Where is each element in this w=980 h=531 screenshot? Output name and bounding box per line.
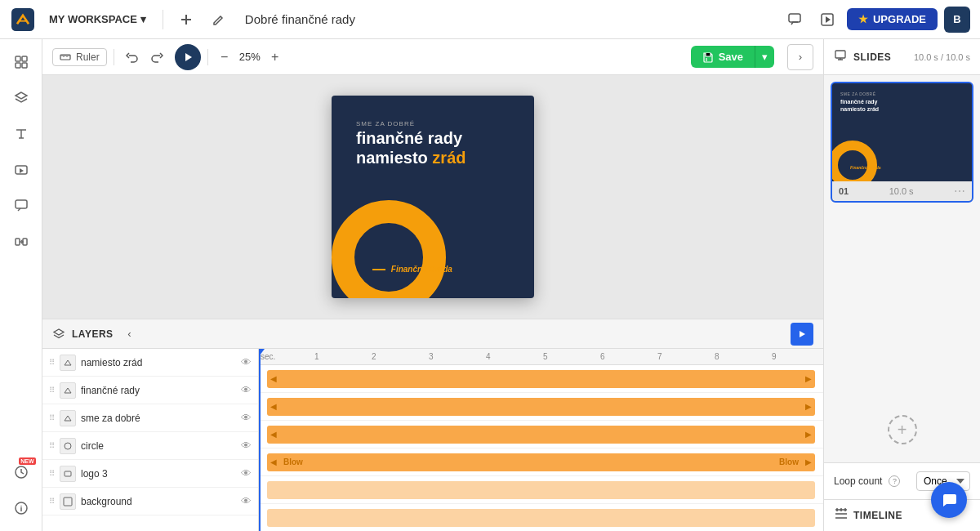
sidebar-item-new[interactable] — [5, 456, 38, 489]
layer-item[interactable]: ⠿ finančné rady 👁 — [42, 377, 258, 404]
collapse-layers-button[interactable]: ‹ — [120, 324, 140, 344]
ruler-4: 4 — [486, 352, 491, 361]
slides-time: 10.0 s / 10.0 s — [914, 52, 970, 62]
eye-icon[interactable]: 👁 — [241, 412, 252, 424]
track-bar-4[interactable]: ◀ Blow Blow ▶ — [267, 453, 815, 471]
svg-rect-1 — [789, 14, 800, 22]
ruler-2: 2 — [372, 352, 376, 361]
layer-item[interactable]: ⠿ namiesto zrád 👁 — [42, 349, 258, 377]
add-slide-button[interactable]: + — [824, 397, 980, 462]
playhead[interactable] — [259, 349, 261, 531]
canvas-area[interactable]: SME ZA DOBRÉ finančné rady namiesto zrád… — [42, 75, 823, 319]
track-bar-6[interactable] — [267, 509, 815, 527]
ruler-8: 8 — [715, 352, 719, 361]
divider — [163, 10, 163, 29]
eye-icon[interactable]: 👁 — [241, 467, 252, 480]
drag-handle: ⠿ — [49, 497, 55, 506]
layer-name: logo 3 — [81, 468, 236, 480]
play-button[interactable] — [175, 44, 201, 70]
drag-handle: ⠿ — [49, 358, 55, 367]
svg-rect-18 — [65, 471, 71, 476]
redo-button[interactable] — [145, 46, 168, 69]
eye-icon[interactable]: 👁 — [241, 356, 252, 368]
sidebar-item-text[interactable] — [5, 118, 38, 150]
sidebar-item-info[interactable] — [5, 492, 38, 524]
layer-name: circle — [81, 440, 236, 452]
layers-title: LAYERS — [72, 328, 114, 340]
star-icon: ★ — [858, 13, 868, 25]
preview-button[interactable] — [814, 7, 840, 33]
save-group: Save ▾ — [691, 46, 774, 68]
slide-number: 01 — [839, 186, 849, 196]
loop-help-button[interactable]: ? — [889, 475, 900, 487]
zoom-out-button[interactable]: − — [215, 47, 234, 67]
track-row-5 — [259, 476, 823, 504]
sidebar-item-grid[interactable] — [5, 46, 38, 78]
logo-brand: Finančná Drada — [391, 265, 452, 274]
chat-button[interactable] — [931, 482, 967, 518]
undo-button[interactable] — [121, 46, 144, 69]
workspace-button[interactable]: MY WORKSPACE ▾ — [42, 10, 153, 29]
track-bar-2[interactable]: ◀ ▶ — [267, 398, 815, 416]
track-arrow-left: ◀ — [267, 400, 280, 413]
layer-item[interactable]: ⠿ sme za dobré 👁 — [42, 404, 258, 432]
ruler-5: 5 — [543, 352, 548, 361]
app-logo[interactable] — [10, 7, 36, 33]
layer-item[interactable]: ⠿ circle 👁 — [42, 432, 258, 460]
slides-title: SLIDES — [853, 51, 891, 63]
comments-button[interactable] — [782, 7, 808, 33]
svg-marker-15 — [185, 53, 192, 61]
left-sidebar — [0, 39, 42, 531]
timeline-tracks[interactable]: sec. 1 2 3 4 5 6 7 8 9 10 — [259, 349, 823, 531]
upgrade-button[interactable]: ★ UPGRADE — [847, 8, 938, 30]
track-arrow-left: ◀ — [267, 428, 280, 441]
circle-decoration — [332, 200, 446, 298]
slide-options-button[interactable]: ⋯ — [954, 185, 965, 198]
layer-item[interactable]: ⠿ logo 3 👁 — [42, 460, 258, 488]
add-button[interactable] — [173, 7, 199, 33]
edit-button[interactable] — [206, 7, 232, 33]
eye-icon[interactable]: 👁 — [241, 495, 252, 507]
track-bar-5[interactable] — [267, 481, 815, 499]
blow-right: Blow — [776, 457, 802, 466]
eye-icon[interactable]: 👁 — [241, 384, 252, 396]
user-menu-button[interactable]: B — [944, 7, 970, 33]
thumb-circle — [832, 141, 877, 181]
layer-item[interactable]: ⠿ background 👁 — [42, 488, 258, 515]
zoom-control: − 25% + — [215, 47, 285, 67]
sidebar-item-chat[interactable] — [5, 190, 38, 222]
save-dropdown-button[interactable]: ▾ — [755, 46, 774, 68]
drag-handle: ⠿ — [49, 469, 55, 478]
save-button[interactable]: Save — [691, 46, 755, 68]
track-bar-1[interactable]: ◀ ▶ — [267, 370, 815, 388]
expand-button[interactable]: › — [787, 44, 813, 70]
layers-list: ⠿ namiesto zrád 👁 ⠿ finančné rady 👁 — [42, 349, 259, 531]
upgrade-label: UPGRADE — [873, 13, 926, 25]
play-timeline-button[interactable] — [791, 323, 813, 346]
slides-header: SLIDES 10.0 s / 10.0 s — [824, 39, 980, 75]
sidebar-item-transitions[interactable] — [5, 225, 38, 258]
ruler-toggle[interactable]: Ruler — [52, 48, 107, 66]
ruler-6: 6 — [600, 352, 605, 361]
sidebar-item-layers[interactable] — [5, 82, 38, 114]
track-row-3: ◀ ▶ — [259, 421, 823, 448]
ruler-1: 1 — [314, 352, 319, 361]
track-arrow-right: ▶ — [802, 456, 815, 469]
logo-text: Finančná Drada — [372, 265, 452, 274]
svg-rect-6 — [16, 63, 20, 68]
track-bar-3[interactable]: ◀ ▶ — [267, 426, 815, 444]
topbar-right: ★ UPGRADE B — [782, 7, 970, 33]
zoom-in-button[interactable]: + — [265, 47, 285, 67]
undo-redo-group — [121, 46, 168, 69]
ruler-7: 7 — [657, 352, 662, 361]
timeline-footer-label: TIMELINE — [853, 510, 902, 521]
layer-name: background — [81, 496, 236, 507]
sidebar-item-media[interactable] — [5, 154, 38, 186]
ruler-9: 9 — [772, 352, 777, 361]
slide-thumbnail-1[interactable]: SME ZA DOBRÉ finančné rady namiesto zrád… — [831, 82, 973, 203]
track-row-2: ◀ ▶ — [259, 393, 823, 421]
svg-marker-16 — [800, 331, 805, 337]
eye-icon[interactable]: 👁 — [241, 440, 252, 452]
ruler-3: 3 — [429, 352, 434, 361]
slide-canvas: SME ZA DOBRÉ finančné rady namiesto zrád… — [332, 96, 534, 298]
